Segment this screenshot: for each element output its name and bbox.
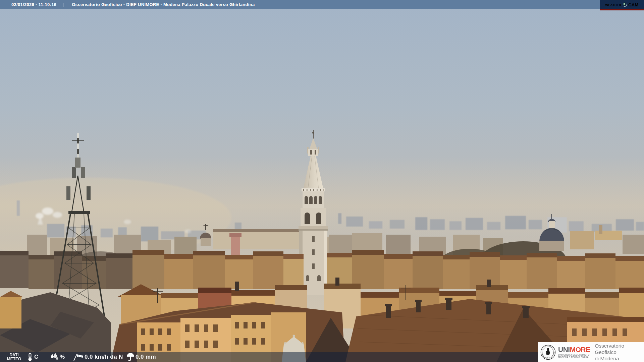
droplets-icon: [50, 352, 59, 362]
observatory-name: Osservatorio Geofisico di Modena: [595, 343, 644, 362]
weathercam-cam-label: Cam: [628, 1, 638, 8]
unimore-seal-icon: 1175: [540, 345, 556, 360]
header-bar: 02/01/2026 - 11:10:16 | Osservatorio Geo…: [0, 0, 644, 9]
weathercam-logo: Weather Cam: [600, 0, 644, 9]
page-title: Osservatorio Geofisico - DIEF UNIMORE - …: [72, 2, 255, 7]
humidity-value: %: [60, 352, 65, 362]
rain-value: 0.0 mm: [136, 352, 156, 362]
unimore-banner: 1175 UNIMORE UNIVERSITÀ DEGLI STUDI DI M…: [538, 342, 644, 362]
svg-text:1175: 1175: [546, 356, 550, 358]
brand-more: MORE: [570, 346, 590, 353]
separator: |: [62, 2, 64, 7]
webcam-frame: 02/01/2026 - 11:10:16 | Osservatorio Geo…: [0, 0, 644, 362]
wind-value: 0.0 km/h da N: [85, 352, 123, 362]
temperature-value: C: [34, 352, 39, 362]
thermometer-icon: [26, 352, 34, 362]
brand-uni: UNI: [558, 346, 570, 353]
timestamp: 02/01/2026 - 11:10:16: [11, 2, 56, 7]
unimore-brand: UNIMORE UNIVERSITÀ DEGLI STUDI DI MODENA…: [558, 346, 592, 358]
windsock-icon: [72, 352, 84, 362]
umbrella-icon: [126, 352, 135, 362]
camera-lens-icon: [623, 2, 627, 7]
webcam-photo: [0, 0, 644, 362]
weathercam-weather-label: Weather: [605, 2, 622, 7]
meteo-data-label: DATI METEO: [5, 352, 23, 362]
